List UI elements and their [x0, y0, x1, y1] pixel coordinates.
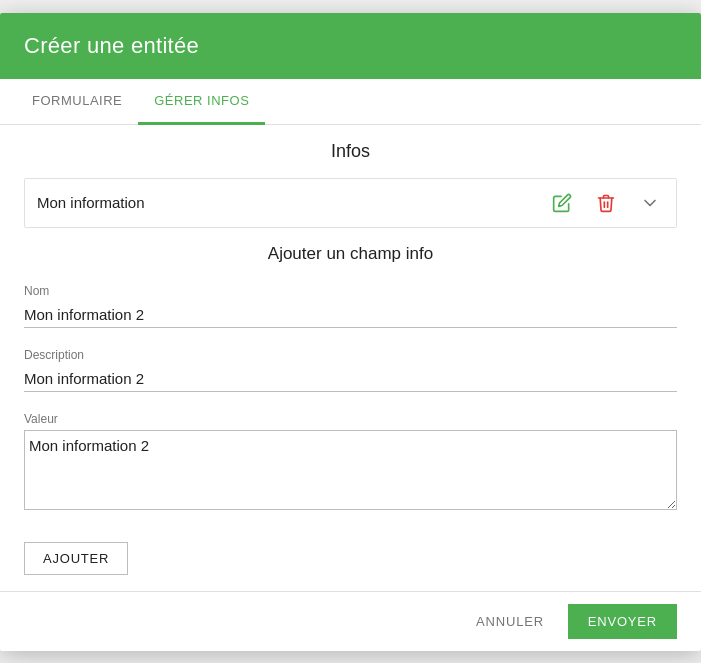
tab-formulaire[interactable]: FORMULAIRE: [16, 79, 138, 125]
infos-section-title: Infos: [24, 141, 677, 162]
tab-bar: FORMULAIRE GÉRER INFOS: [0, 79, 701, 125]
dialog: Créer une entitée FORMULAIRE GÉRER INFOS…: [0, 13, 701, 651]
ajouter-button[interactable]: AJOUTER: [24, 542, 128, 575]
expand-info-button[interactable]: [636, 189, 664, 217]
dialog-header: Créer une entitée: [0, 13, 701, 79]
dialog-title: Créer une entitée: [24, 33, 199, 58]
valeur-textarea[interactable]: [24, 430, 677, 510]
dialog-body: Infos Mon information: [0, 125, 701, 591]
nom-input[interactable]: [24, 302, 677, 328]
tab-gerer-infos[interactable]: GÉRER INFOS: [138, 79, 265, 125]
delete-info-button[interactable]: [592, 189, 620, 217]
description-field-group: Description: [24, 348, 677, 392]
edit-info-button[interactable]: [548, 189, 576, 217]
dialog-footer: ANNULER ENVOYER: [0, 591, 701, 651]
add-section-title: Ajouter un champ info: [24, 244, 677, 264]
description-input[interactable]: [24, 366, 677, 392]
info-item-label: Mon information: [37, 194, 548, 211]
submit-button[interactable]: ENVOYER: [568, 604, 677, 639]
cancel-button[interactable]: ANNULER: [460, 604, 560, 639]
info-item-row: Mon information: [24, 178, 677, 228]
nom-field-group: Nom: [24, 284, 677, 328]
valeur-field-group: Valeur: [24, 412, 677, 514]
valeur-label: Valeur: [24, 412, 677, 426]
nom-label: Nom: [24, 284, 677, 298]
info-item-actions: [548, 189, 664, 217]
description-label: Description: [24, 348, 677, 362]
